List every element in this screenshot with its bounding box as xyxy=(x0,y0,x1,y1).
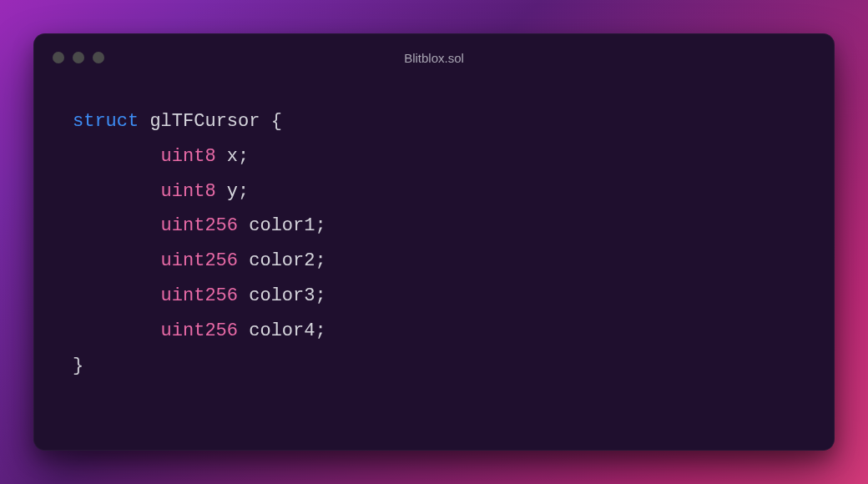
window-titlebar: Blitblox.sol xyxy=(34,34,834,81)
keyword-struct: struct xyxy=(73,111,139,132)
traffic-light-close-icon[interactable] xyxy=(53,52,64,63)
field-type: uint8 xyxy=(161,181,216,202)
traffic-lights xyxy=(53,52,104,63)
field-type: uint256 xyxy=(161,250,238,271)
field-name: y xyxy=(227,181,238,202)
field-type: uint256 xyxy=(161,215,238,236)
semicolon: ; xyxy=(315,250,326,271)
brace-close: } xyxy=(73,355,83,376)
brace-open: { xyxy=(271,111,282,132)
field-type: uint8 xyxy=(161,146,216,167)
traffic-light-zoom-icon[interactable] xyxy=(93,52,104,63)
field-type: uint256 xyxy=(161,285,238,306)
semicolon: ; xyxy=(238,181,249,202)
traffic-light-minimize-icon[interactable] xyxy=(73,52,84,63)
code-area: struct glTFCursor { uint8 x; uint8 y; ui… xyxy=(34,81,834,450)
semicolon: ; xyxy=(315,320,326,341)
code-block: struct glTFCursor { uint8 x; uint8 y; ui… xyxy=(73,104,795,383)
code-window: Blitblox.sol struct glTFCursor { uint8 x… xyxy=(33,33,835,451)
field-name: color3 xyxy=(249,285,315,306)
window-title: Blitblox.sol xyxy=(34,51,834,65)
field-name: x xyxy=(227,146,238,167)
field-name: color1 xyxy=(249,215,315,236)
semicolon: ; xyxy=(315,285,326,306)
semicolon: ; xyxy=(238,146,249,167)
field-name: color2 xyxy=(249,250,315,271)
struct-name: glTFCursor xyxy=(149,111,260,132)
semicolon: ; xyxy=(315,215,326,236)
field-type: uint256 xyxy=(161,320,238,341)
field-name: color4 xyxy=(249,320,315,341)
